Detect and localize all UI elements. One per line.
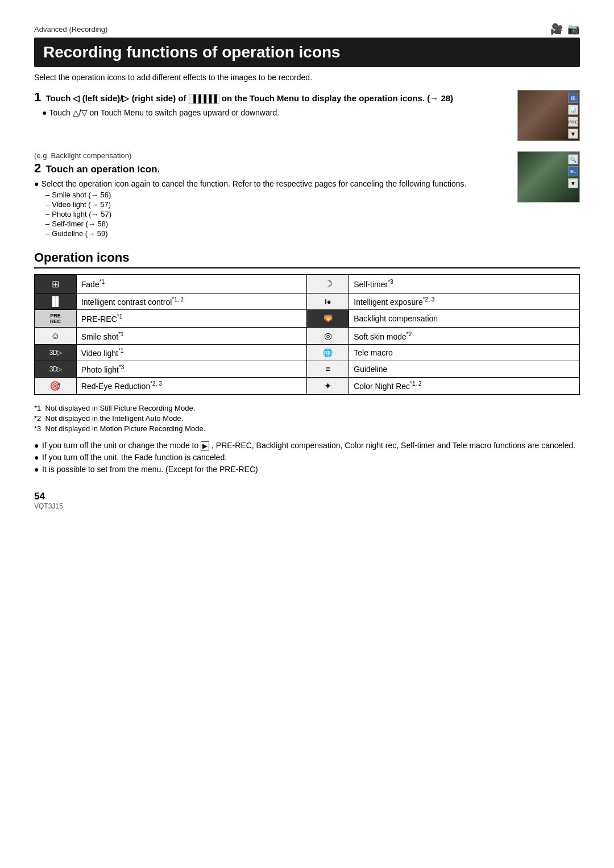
label-intelligent-contrast: Intelligent contrast control*1, 2	[76, 294, 307, 310]
mode-icons: 🎥 📷	[550, 23, 580, 35]
step1-image-icons: ⊞ 📊 PRE ▼	[568, 93, 578, 139]
step2-section: (e.g. Backlight compensation) 2 Touch an…	[34, 151, 580, 239]
icon-telemacro: 🌐	[307, 345, 349, 361]
icon-photolight: 3D▷	[35, 361, 77, 377]
icon-fade: ⊞	[35, 275, 77, 294]
icon-colornightrec: ✦	[307, 377, 349, 394]
icon-guideline: ≡	[307, 361, 349, 377]
label-redeyereduction: Red-Eye Reduction*2, 3	[76, 377, 307, 394]
table-row: ☺ Smile shot*1 ◎ Soft skin mode*2	[35, 328, 580, 345]
table-row: PREREC PRE-REC*1 🌄 Backlight compensatio…	[35, 310, 580, 328]
step2-bullet1: Select the operation icon again to cance…	[34, 179, 508, 188]
label-backlight: Backlight compensation	[349, 310, 580, 328]
step2-label: (e.g. Backlight compensation)	[34, 151, 508, 160]
label-guideline: Guideline	[349, 361, 580, 377]
footnotes: *1 Not displayed in Still Picture Record…	[34, 404, 580, 433]
subbullet-1: Smile shot (→ 56)	[45, 191, 508, 199]
subbullet-5: Guideline (→ 59)	[45, 229, 508, 238]
table-row: 3D▷ Photo light*3 ≡ Guideline	[35, 361, 580, 377]
step1-note: Touch △/▽ on Touch Menu to switch pages …	[34, 108, 508, 117]
bullet-notes: If you turn off the unit or change the m…	[34, 441, 580, 474]
img-icon-3: PRE	[568, 117, 578, 127]
table-row: ⊞ Fade*1 ☽ Self-timer*3	[35, 275, 580, 294]
footnote-2: *2 Not displayed in the Intelligent Auto…	[34, 414, 580, 423]
page-title: Recording functions of operation icons	[34, 38, 580, 67]
icon-softskn: ◎	[307, 328, 349, 345]
bullet-note-2: If you turn off the unit, the Fade funct…	[34, 453, 580, 462]
category-label: Advanced (Recording)	[34, 25, 107, 34]
step2-title: Touch an operation icon.	[45, 164, 160, 175]
bullet-note-3: It is possible to set from the menu. (Ex…	[34, 465, 580, 474]
icon-intelligent-exposure: i●	[307, 294, 349, 310]
label-videolight: Video light*1	[76, 345, 307, 361]
table-row: 3D▷ Video light*1 🌐 Tele macro	[35, 345, 580, 361]
step1-section: 1 Touch ◁ (left side)/▷ (right side) of …	[34, 90, 580, 141]
footnote-1: *1 Not displayed in Still Picture Record…	[34, 404, 580, 412]
subtitle: Select the operation icons to add differ…	[34, 73, 580, 82]
subbullet-2: Video light (→ 57)	[45, 200, 508, 209]
step2-image: 🔍 BL ▼	[517, 151, 580, 202]
step1-number: 1	[34, 90, 41, 104]
page-number: 54	[34, 491, 580, 502]
icon-intelligent-contrast: ▐▌	[35, 294, 77, 310]
label-softskin: Soft skin mode*2	[349, 328, 580, 345]
page-footer: 54 VQT3J15	[34, 491, 580, 510]
page-header: Advanced (Recording) 🎥 📷	[34, 23, 580, 35]
img-icon-2: 📊	[568, 105, 578, 115]
step2-subbullets: Smile shot (→ 56) Video light (→ 57) Pho…	[34, 191, 508, 238]
icon-backlight: 🌄	[307, 310, 349, 328]
label-smile: Smile shot*1	[76, 328, 307, 345]
step1-heading: 1 Touch ◁ (left side)/▷ (right side) of …	[34, 90, 508, 105]
label-selftimer: Self-timer*3	[349, 275, 580, 294]
table-row: ▐▌ Intelligent contrast control*1, 2 i● …	[35, 294, 580, 310]
subbullet-3: Photo light (→ 57)	[45, 210, 508, 218]
model-number: VQT3J15	[34, 502, 580, 510]
bullet-note-1: If you turn off the unit or change the m…	[34, 441, 580, 450]
subbullet-4: Self-timer (→ 58)	[45, 220, 508, 228]
icon-smile: ☺	[35, 328, 77, 345]
photo-icon: 📷	[567, 23, 580, 35]
step2-content: (e.g. Backlight compensation) 2 Touch an…	[34, 151, 508, 239]
step1-image: ⊞ 📊 PRE ▼	[517, 90, 580, 141]
step1-content: 1 Touch ◁ (left side)/▷ (right side) of …	[34, 90, 508, 117]
step1-title: Touch ◁ (left side)/▷ (right side) of ▐▐…	[45, 93, 453, 103]
label-photolight: Photo light*3	[76, 361, 307, 377]
step2-heading: 2 Touch an operation icon.	[34, 161, 508, 176]
icon-videolight: 3D▷	[35, 345, 77, 361]
step2-image-icons: 🔍 BL ▼	[568, 154, 578, 188]
icon-selftimer: ☽	[307, 275, 349, 294]
operation-icons-heading: Operation icons	[34, 250, 580, 268]
step2-number: 2	[34, 161, 41, 175]
img-icon-1: ⊞	[568, 93, 578, 103]
label-telemacro: Tele macro	[349, 345, 580, 361]
step2-bullets: Select the operation icon again to cance…	[34, 179, 508, 238]
label-colornightrec: Color Night Rec*1, 2	[349, 377, 580, 394]
label-prerec: PRE-REC*1	[76, 310, 307, 328]
img-icon-4: ▼	[568, 129, 578, 139]
label-fade: Fade*1	[76, 275, 307, 294]
step2-img-icon-2: BL	[568, 166, 578, 176]
step2-img-icon-1: 🔍	[568, 154, 578, 164]
video-icon: 🎥	[550, 23, 563, 35]
step2-img-icon-3: ▼	[568, 178, 578, 188]
table-row: 🎯 Red-Eye Reduction*2, 3 ✦ Color Night R…	[35, 377, 580, 394]
label-intelligent-exposure: Intelligent exposure*2, 3	[349, 294, 580, 310]
icons-table: ⊞ Fade*1 ☽ Self-timer*3 ▐▌ Intelligent c…	[34, 274, 580, 395]
icon-redeyereduction: 🎯	[35, 377, 77, 394]
icon-prerec: PREREC	[35, 310, 77, 328]
footnote-3: *3 Not displayed in Motion Picture Recor…	[34, 424, 580, 433]
